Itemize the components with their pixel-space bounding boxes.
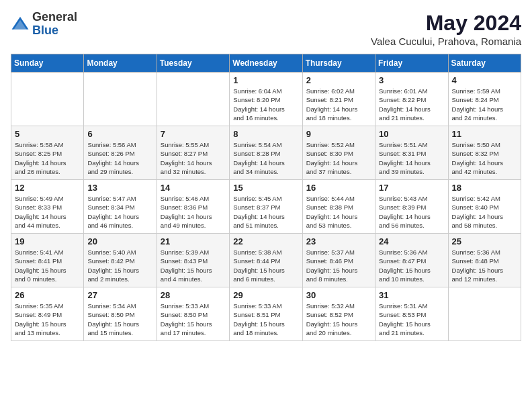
calendar-cell <box>157 73 229 126</box>
page-header: General Blue May 2024 Valea Cucului, Pra… <box>11 11 521 47</box>
calendar-cell: 14Sunrise: 5:46 AM Sunset: 8:36 PM Dayli… <box>157 180 229 234</box>
day-number: 24 <box>379 236 444 246</box>
day-number: 22 <box>233 236 298 246</box>
day-number: 7 <box>161 129 226 139</box>
day-number: 1 <box>233 75 298 85</box>
day-number: 10 <box>379 129 444 139</box>
week-row-3: 12Sunrise: 5:49 AM Sunset: 8:33 PM Dayli… <box>11 180 521 234</box>
day-info: Sunrise: 5:38 AM Sunset: 8:44 PM Dayligh… <box>233 248 298 283</box>
logo-general: General <box>32 11 77 24</box>
day-info: Sunrise: 5:47 AM Sunset: 8:34 PM Dayligh… <box>87 194 152 230</box>
day-number: 13 <box>87 183 152 193</box>
day-info: Sunrise: 5:36 AM Sunset: 8:47 PM Dayligh… <box>379 248 444 283</box>
header-day-sunday: Sunday <box>11 54 84 73</box>
day-info: Sunrise: 5:34 AM Sunset: 8:50 PM Dayligh… <box>87 302 152 337</box>
calendar-cell: 24Sunrise: 5:36 AM Sunset: 8:47 PM Dayli… <box>375 234 448 287</box>
day-number: 18 <box>452 183 517 193</box>
week-row-2: 5Sunrise: 5:58 AM Sunset: 8:25 PM Daylig… <box>11 126 521 180</box>
day-number: 28 <box>161 290 226 300</box>
header-day-tuesday: Tuesday <box>157 54 229 73</box>
day-info: Sunrise: 5:43 AM Sunset: 8:39 PM Dayligh… <box>379 194 444 230</box>
logo-text: General Blue <box>32 11 77 38</box>
calendar-cell: 13Sunrise: 5:47 AM Sunset: 8:34 PM Dayli… <box>84 180 157 234</box>
day-info: Sunrise: 5:39 AM Sunset: 8:43 PM Dayligh… <box>161 248 226 283</box>
day-number: 15 <box>233 183 298 193</box>
day-info: Sunrise: 5:55 AM Sunset: 8:27 PM Dayligh… <box>161 140 226 176</box>
title-block: May 2024 Valea Cucului, Prahova, Romania <box>371 11 521 47</box>
calendar-cell: 4Sunrise: 5:59 AM Sunset: 8:24 PM Daylig… <box>448 73 521 126</box>
day-info: Sunrise: 5:31 AM Sunset: 8:53 PM Dayligh… <box>379 302 444 337</box>
calendar-header: SundayMondayTuesdayWednesdayThursdayFrid… <box>11 54 521 73</box>
day-number: 23 <box>306 236 371 246</box>
calendar-cell <box>11 73 84 126</box>
calendar-cell: 27Sunrise: 5:34 AM Sunset: 8:50 PM Dayli… <box>84 287 157 341</box>
calendar-cell: 26Sunrise: 5:35 AM Sunset: 8:49 PM Dayli… <box>11 287 84 341</box>
day-info: Sunrise: 5:40 AM Sunset: 8:42 PM Dayligh… <box>87 248 152 283</box>
day-number: 9 <box>306 129 371 139</box>
day-number: 26 <box>15 290 80 300</box>
calendar-cell: 6Sunrise: 5:56 AM Sunset: 8:26 PM Daylig… <box>84 126 157 180</box>
day-info: Sunrise: 5:41 AM Sunset: 8:41 PM Dayligh… <box>15 248 80 283</box>
calendar-cell: 25Sunrise: 5:36 AM Sunset: 8:48 PM Dayli… <box>448 234 521 287</box>
header-day-monday: Monday <box>84 54 157 73</box>
calendar-cell <box>448 287 521 341</box>
day-info: Sunrise: 5:33 AM Sunset: 8:51 PM Dayligh… <box>233 302 298 337</box>
calendar-cell: 20Sunrise: 5:40 AM Sunset: 8:42 PM Dayli… <box>84 234 157 287</box>
header-day-thursday: Thursday <box>302 54 375 73</box>
day-number: 21 <box>161 236 226 246</box>
day-number: 30 <box>306 290 371 300</box>
day-info: Sunrise: 6:02 AM Sunset: 8:21 PM Dayligh… <box>306 87 371 122</box>
month-title: May 2024 <box>371 11 521 36</box>
day-number: 27 <box>87 290 152 300</box>
calendar-cell: 2Sunrise: 6:02 AM Sunset: 8:21 PM Daylig… <box>302 73 375 126</box>
day-info: Sunrise: 5:35 AM Sunset: 8:49 PM Dayligh… <box>15 302 80 337</box>
calendar-cell: 30Sunrise: 5:32 AM Sunset: 8:52 PM Dayli… <box>302 287 375 341</box>
logo-icon <box>11 15 30 34</box>
calendar-cell: 18Sunrise: 5:42 AM Sunset: 8:40 PM Dayli… <box>448 180 521 234</box>
calendar-cell: 19Sunrise: 5:41 AM Sunset: 8:41 PM Dayli… <box>11 234 84 287</box>
header-day-wednesday: Wednesday <box>230 54 302 73</box>
day-number: 31 <box>379 290 444 300</box>
day-info: Sunrise: 5:42 AM Sunset: 8:40 PM Dayligh… <box>452 194 517 230</box>
calendar-cell: 28Sunrise: 5:33 AM Sunset: 8:50 PM Dayli… <box>157 287 229 341</box>
day-info: Sunrise: 6:04 AM Sunset: 8:20 PM Dayligh… <box>233 87 298 122</box>
day-info: Sunrise: 5:50 AM Sunset: 8:32 PM Dayligh… <box>452 140 517 176</box>
calendar-cell: 9Sunrise: 5:52 AM Sunset: 8:30 PM Daylig… <box>302 126 375 180</box>
calendar-cell: 15Sunrise: 5:45 AM Sunset: 8:37 PM Dayli… <box>230 180 302 234</box>
calendar-cell: 31Sunrise: 5:31 AM Sunset: 8:53 PM Dayli… <box>375 287 448 341</box>
calendar-cell: 10Sunrise: 5:51 AM Sunset: 8:31 PM Dayli… <box>375 126 448 180</box>
day-info: Sunrise: 5:52 AM Sunset: 8:30 PM Dayligh… <box>306 140 371 176</box>
calendar-cell: 12Sunrise: 5:49 AM Sunset: 8:33 PM Dayli… <box>11 180 84 234</box>
day-info: Sunrise: 5:54 AM Sunset: 8:28 PM Dayligh… <box>233 140 298 176</box>
calendar-cell <box>84 73 157 126</box>
day-number: 4 <box>452 75 517 85</box>
header-day-saturday: Saturday <box>448 54 521 73</box>
day-number: 20 <box>87 236 152 246</box>
calendar-cell: 8Sunrise: 5:54 AM Sunset: 8:28 PM Daylig… <box>230 126 302 180</box>
week-row-5: 26Sunrise: 5:35 AM Sunset: 8:49 PM Dayli… <box>11 287 521 341</box>
day-number: 25 <box>452 236 517 246</box>
calendar-cell: 29Sunrise: 5:33 AM Sunset: 8:51 PM Dayli… <box>230 287 302 341</box>
day-info: Sunrise: 5:59 AM Sunset: 8:24 PM Dayligh… <box>452 87 517 122</box>
header-day-friday: Friday <box>375 54 448 73</box>
day-number: 11 <box>452 129 517 139</box>
week-row-4: 19Sunrise: 5:41 AM Sunset: 8:41 PM Dayli… <box>11 234 521 287</box>
calendar-cell: 22Sunrise: 5:38 AM Sunset: 8:44 PM Dayli… <box>230 234 302 287</box>
calendar-cell: 5Sunrise: 5:58 AM Sunset: 8:25 PM Daylig… <box>11 126 84 180</box>
day-number: 5 <box>15 129 80 139</box>
logo-blue: Blue <box>32 24 77 38</box>
day-info: Sunrise: 5:51 AM Sunset: 8:31 PM Dayligh… <box>379 140 444 176</box>
day-number: 6 <box>87 129 152 139</box>
calendar-cell: 16Sunrise: 5:44 AM Sunset: 8:38 PM Dayli… <box>302 180 375 234</box>
day-info: Sunrise: 5:44 AM Sunset: 8:38 PM Dayligh… <box>306 194 371 230</box>
day-info: Sunrise: 5:37 AM Sunset: 8:46 PM Dayligh… <box>306 248 371 283</box>
header-row: SundayMondayTuesdayWednesdayThursdayFrid… <box>11 54 521 73</box>
calendar-table: SundayMondayTuesdayWednesdayThursdayFrid… <box>11 54 521 341</box>
day-info: Sunrise: 5:45 AM Sunset: 8:37 PM Dayligh… <box>233 194 298 230</box>
logo: General Blue <box>11 11 77 38</box>
day-number: 8 <box>233 129 298 139</box>
calendar-cell: 3Sunrise: 6:01 AM Sunset: 8:22 PM Daylig… <box>375 73 448 126</box>
calendar-body: 1Sunrise: 6:04 AM Sunset: 8:20 PM Daylig… <box>11 73 521 341</box>
calendar-cell: 11Sunrise: 5:50 AM Sunset: 8:32 PM Dayli… <box>448 126 521 180</box>
day-number: 3 <box>379 75 444 85</box>
